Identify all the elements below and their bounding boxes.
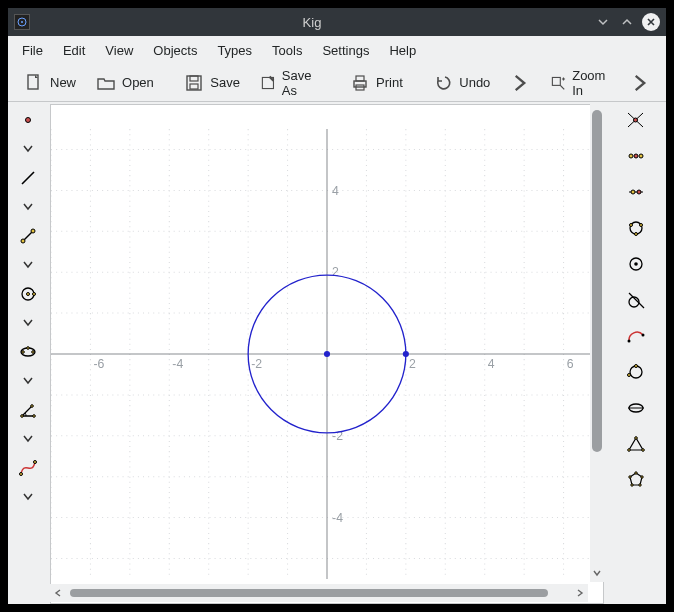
menu-file[interactable]: File — [22, 43, 43, 58]
vertical-scrollbar-thumb[interactable] — [592, 110, 602, 452]
menu-types[interactable]: Types — [217, 43, 252, 58]
svg-point-65 — [324, 351, 330, 357]
saveas-label: Save As — [282, 68, 320, 98]
svg-point-24 — [31, 405, 34, 408]
svg-point-21 — [27, 347, 30, 350]
maximize-button[interactable] — [618, 13, 636, 31]
point-tool[interactable] — [16, 108, 40, 132]
new-button[interactable]: New — [16, 69, 84, 97]
polygon-tool[interactable] — [624, 468, 648, 492]
segment-tool[interactable] — [16, 224, 40, 248]
save-icon — [184, 73, 204, 93]
horizontal-scrollbar[interactable] — [50, 584, 588, 602]
saveas-button[interactable]: Save As — [252, 64, 328, 102]
circle-center-tool[interactable] — [624, 252, 648, 276]
point-tool-expand[interactable] — [19, 142, 37, 156]
app-icon — [14, 14, 30, 30]
svg-text:-4: -4 — [172, 357, 183, 371]
svg-point-27 — [34, 461, 37, 464]
open-button[interactable]: Open — [88, 69, 162, 97]
app-window: Kig File Edit View Objects Types Tools S… — [8, 8, 666, 604]
svg-text:-6: -6 — [93, 357, 104, 371]
toolbar-forward-button[interactable] — [502, 69, 538, 97]
svg-point-70 — [629, 154, 633, 158]
menu-view[interactable]: View — [105, 43, 133, 58]
svg-point-11 — [26, 118, 31, 123]
conic-tool-expand[interactable] — [19, 374, 37, 388]
horizontal-scrollbar-right[interactable] — [572, 585, 588, 601]
svg-point-88 — [635, 365, 638, 368]
save-label: Save — [210, 75, 240, 90]
menu-help[interactable]: Help — [389, 43, 416, 58]
canvas-wrap: -6-4-224642-2-4 — [48, 102, 606, 604]
undo-label: Undo — [459, 75, 490, 90]
print-button[interactable]: Print — [342, 69, 411, 97]
undo-icon — [433, 73, 453, 93]
circle-tool-expand[interactable] — [19, 316, 37, 330]
save-button[interactable]: Save — [176, 69, 248, 97]
angle-tool-expand[interactable] — [19, 432, 37, 446]
menu-tools[interactable]: Tools — [272, 43, 302, 58]
horizontal-scrollbar-left[interactable] — [50, 585, 66, 601]
intersection-tool[interactable] — [624, 108, 648, 132]
svg-point-94 — [629, 476, 631, 478]
svg-point-72 — [634, 154, 638, 158]
transform-arc-tool[interactable] — [624, 396, 648, 420]
svg-point-20 — [22, 351, 25, 354]
toolbar-overflow-button[interactable] — [622, 69, 658, 97]
undo-button[interactable]: Undo — [425, 69, 498, 97]
svg-point-84 — [628, 340, 631, 343]
svg-point-17 — [27, 293, 30, 296]
svg-point-26 — [20, 473, 23, 476]
circle-center-point-tool[interactable] — [16, 282, 40, 306]
bezier-tool-expand[interactable] — [19, 490, 37, 504]
menu-objects[interactable]: Objects — [153, 43, 197, 58]
menu-edit[interactable]: Edit — [63, 43, 85, 58]
angle-tool[interactable] — [16, 398, 40, 422]
svg-rect-3 — [187, 76, 201, 90]
svg-rect-4 — [190, 76, 198, 81]
attach-point-tool[interactable] — [624, 180, 648, 204]
svg-point-14 — [21, 239, 25, 243]
zoomin-button[interactable]: Zoom In — [542, 64, 618, 102]
tangent-tool[interactable] — [624, 288, 648, 312]
svg-point-74 — [631, 190, 635, 194]
open-icon — [96, 73, 116, 93]
midpoint-tool[interactable] — [624, 144, 648, 168]
conic-tool[interactable] — [16, 340, 40, 364]
bezier-tool[interactable] — [16, 456, 40, 480]
svg-point-23 — [21, 415, 24, 418]
svg-point-92 — [642, 449, 645, 452]
svg-text:4: 4 — [488, 357, 495, 371]
svg-point-97 — [639, 484, 641, 486]
svg-point-69 — [634, 118, 638, 122]
svg-point-1 — [21, 21, 23, 23]
line-tool[interactable] — [16, 166, 40, 190]
svg-point-22 — [32, 351, 35, 354]
svg-point-93 — [635, 437, 638, 440]
drawing-canvas[interactable]: -6-4-224642-2-4 — [50, 104, 604, 604]
line-tool-expand[interactable] — [19, 200, 37, 214]
svg-point-85 — [642, 334, 645, 337]
vertical-scrollbar[interactable] — [590, 104, 604, 582]
close-button[interactable] — [642, 13, 660, 31]
circle-three-points-tool[interactable] — [624, 216, 648, 240]
minimize-button[interactable] — [594, 13, 612, 31]
svg-rect-8 — [356, 76, 364, 81]
locus-tool[interactable] — [624, 360, 648, 384]
vertical-scrollbar-down[interactable] — [590, 566, 604, 580]
svg-text:2: 2 — [332, 265, 339, 279]
window-title: Kig — [36, 15, 588, 30]
zoomin-icon — [550, 73, 566, 93]
arc-tool[interactable] — [624, 324, 648, 348]
horizontal-scrollbar-thumb[interactable] — [70, 589, 548, 597]
triangle-tool[interactable] — [624, 432, 648, 456]
svg-point-81 — [634, 262, 638, 266]
titlebar: Kig — [8, 8, 666, 36]
svg-text:-2: -2 — [251, 357, 262, 371]
print-icon — [350, 73, 370, 93]
menu-settings[interactable]: Settings — [322, 43, 369, 58]
menubar: File Edit View Objects Types Tools Setti… — [8, 36, 666, 64]
svg-text:6: 6 — [567, 357, 574, 371]
segment-tool-expand[interactable] — [19, 258, 37, 272]
